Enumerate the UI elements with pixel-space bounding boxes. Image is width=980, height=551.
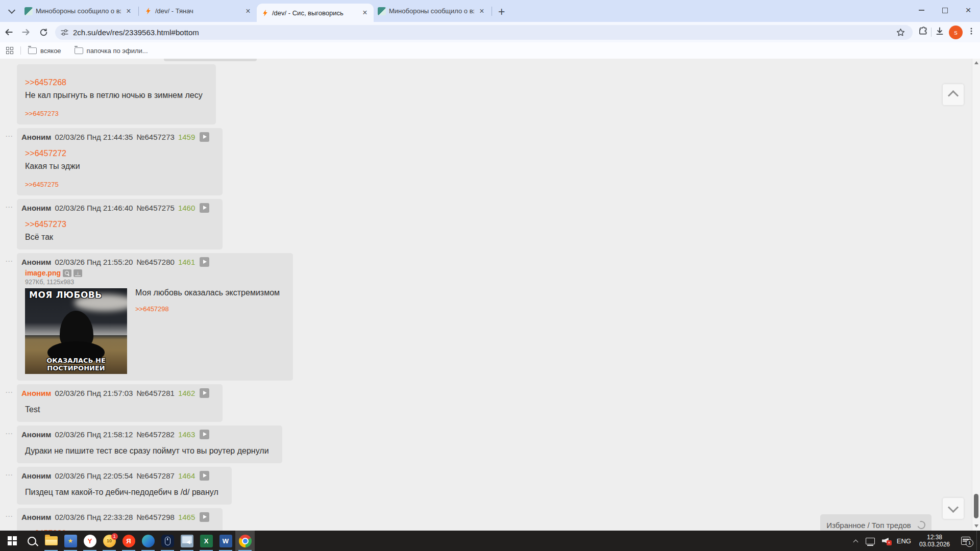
post-menu-dots[interactable] xyxy=(0,64,17,124)
browser-tab[interactable]: /dev/ - Сис, выговорись× xyxy=(257,4,374,22)
image-search-icon[interactable] xyxy=(63,269,71,277)
chrome-icon xyxy=(239,535,252,547)
post-menu-dots[interactable]: ⋯ xyxy=(0,467,17,505)
post-count-link[interactable]: 1460 xyxy=(178,204,195,212)
downloads-icon[interactable] xyxy=(935,26,945,38)
url-text[interactable]: 2ch.su/dev/res/2339563.html#bottom xyxy=(73,28,199,37)
extensions-icon[interactable] xyxy=(918,26,928,38)
new-tab-button[interactable]: + xyxy=(498,7,505,17)
close-button[interactable]: × xyxy=(957,0,980,20)
taskbar-tools-button[interactable]: ★ xyxy=(61,531,80,551)
post-number-link[interactable]: №6457287 xyxy=(136,471,175,480)
scrollbar-down-arrow[interactable] xyxy=(974,524,978,528)
quote-link[interactable]: >>6457272 xyxy=(25,148,209,159)
post-number-link[interactable]: №6457280 xyxy=(136,258,175,266)
post-menu-dots[interactable]: ⋯ xyxy=(0,508,17,531)
expand-post-button[interactable] xyxy=(200,388,209,398)
tab-search-button[interactable] xyxy=(5,5,18,18)
post-image-thumbnail[interactable]: МОЯ ЛЮБОВЬОКАЗАЛАСЬ НЕ ПОСТИРОНИЕЙ xyxy=(25,288,127,374)
post-number-link[interactable]: №6457281 xyxy=(136,389,175,397)
post-menu-dots[interactable]: ⋯ xyxy=(0,384,17,422)
taskbar-start-button[interactable] xyxy=(3,531,22,551)
post-number-link[interactable]: №6457273 xyxy=(136,133,175,141)
scroll-to-top-button[interactable] xyxy=(943,84,964,105)
bookmark-star-icon[interactable] xyxy=(896,28,905,37)
browser-menu-icon[interactable] xyxy=(967,27,976,38)
page-scrollbar[interactable] xyxy=(972,59,980,531)
quote-link[interactable]: >>6457273 xyxy=(25,219,209,230)
expand-post-button[interactable] xyxy=(200,512,209,522)
expand-post-button[interactable] xyxy=(200,203,209,213)
post-menu-dots[interactable]: ⋯ xyxy=(0,425,17,463)
back-button[interactable] xyxy=(0,23,17,41)
expand-post-button[interactable] xyxy=(200,257,209,267)
taskbar-remote-desktop-button[interactable] xyxy=(177,531,197,551)
post-count-link[interactable]: 1459 xyxy=(178,133,195,141)
post-menu-dots[interactable]: ⋯ xyxy=(0,128,17,195)
taskbar-messenger-button[interactable]: 101 xyxy=(100,531,119,551)
language-indicator[interactable]: ENG xyxy=(897,537,911,545)
bookmark-folder[interactable]: папочка по эфили... xyxy=(75,47,148,55)
hidden-icons-chevron[interactable] xyxy=(853,539,858,544)
reload-button[interactable] xyxy=(35,23,52,41)
taskbar-word-button[interactable]: W xyxy=(216,531,235,551)
post: >>6457268Не кал прыгнуть в петлю ночью в… xyxy=(17,64,216,124)
site-info-icon[interactable] xyxy=(60,28,69,37)
post-menu-dots[interactable]: ⋯ xyxy=(0,199,17,249)
apps-grid-icon[interactable] xyxy=(6,47,13,54)
post-count-link[interactable]: 1461 xyxy=(178,258,195,266)
post-count-link[interactable]: 1462 xyxy=(178,389,195,397)
bookmark-folder[interactable]: всякое xyxy=(28,47,61,55)
taskbar-yandex-button[interactable]: Я xyxy=(119,531,138,551)
forward-button[interactable] xyxy=(17,23,35,41)
poster-name: Аноним xyxy=(21,513,51,521)
browser-tab[interactable]: Минобороны сообщило о взя× xyxy=(374,0,491,22)
file-link[interactable]: image.png xyxy=(25,269,61,277)
taskbar-clock[interactable]: 12:38 03.03.2026 xyxy=(919,534,950,548)
taskbar-yandex-browser-button[interactable]: Y xyxy=(80,531,100,551)
taskbar-mouse-utility-button[interactable] xyxy=(158,531,177,551)
restore-button[interactable] xyxy=(933,0,957,20)
favorites-bar[interactable]: Избранное / Топ тредов xyxy=(820,514,932,531)
browser-tab[interactable]: /dev/ - Тянач× xyxy=(140,0,257,22)
post-count-link[interactable]: 1464 xyxy=(178,471,195,480)
scroll-to-bottom-button[interactable] xyxy=(943,498,964,519)
image-download-icon[interactable] xyxy=(74,269,82,277)
reply-link[interactable]: >>6457273 xyxy=(25,110,59,117)
taskbar-chrome-button[interactable] xyxy=(235,531,255,551)
network-icon[interactable] xyxy=(866,538,875,544)
expand-post-button[interactable] xyxy=(200,132,209,142)
scrollbar-thumb[interactable] xyxy=(974,494,978,518)
post-count-link[interactable]: 1465 xyxy=(178,513,195,521)
post-number-link[interactable]: №6457282 xyxy=(136,430,175,439)
expand-post-button[interactable] xyxy=(200,471,209,481)
minimize-button[interactable] xyxy=(910,0,933,20)
taskbar-file-explorer-button[interactable] xyxy=(41,531,61,551)
tab-close-icon[interactable]: × xyxy=(124,7,133,16)
post-menu-dots[interactable]: ⋯ xyxy=(0,253,17,381)
show-desktop-button[interactable] xyxy=(976,531,980,551)
quote-link[interactable]: >>6457268 xyxy=(25,77,203,88)
reply-link[interactable]: >>6457298 xyxy=(135,305,169,313)
taskbar-excel-button[interactable]: X xyxy=(197,531,216,551)
taskbar-search-button[interactable] xyxy=(22,531,41,551)
browser-tab[interactable]: Минобороны сообщило о взя× xyxy=(20,0,137,22)
tab-close-icon[interactable]: × xyxy=(243,7,253,16)
post-header: Аноним02/03/26 Пнд 21:46:40№64572751460 xyxy=(21,203,209,213)
reply-link[interactable]: >>6457275 xyxy=(25,181,59,188)
tab-close-icon[interactable]: × xyxy=(477,7,486,16)
address-bar[interactable]: 2ch.su/dev/res/2339563.html#bottom xyxy=(55,25,913,40)
profile-avatar[interactable]: s xyxy=(949,26,963,39)
restore-icon xyxy=(942,8,948,13)
scrollbar-up-arrow[interactable] xyxy=(974,61,978,64)
taskbar-edge-button[interactable] xyxy=(138,531,158,551)
post-number-link[interactable]: №6457298 xyxy=(136,513,175,521)
refresh-icon[interactable] xyxy=(916,519,926,530)
post-count-link[interactable]: 1463 xyxy=(178,430,195,439)
poster-name: Аноним xyxy=(21,471,51,480)
post-number-link[interactable]: №6457275 xyxy=(136,204,175,212)
volume-muted-icon[interactable]: × xyxy=(882,537,891,544)
expand-post-button[interactable] xyxy=(200,430,209,439)
tab-close-icon[interactable]: × xyxy=(360,8,370,17)
action-center-icon[interactable]: 1 xyxy=(961,537,970,545)
